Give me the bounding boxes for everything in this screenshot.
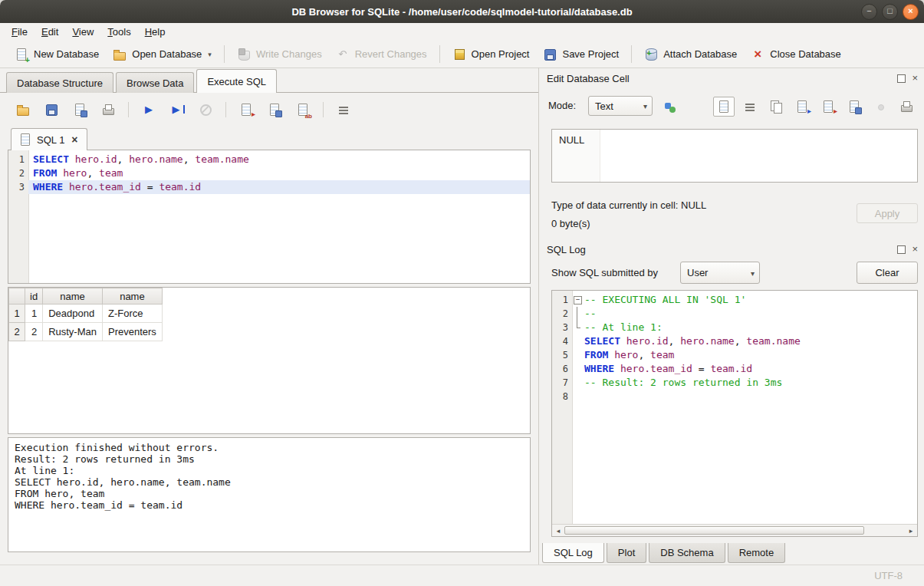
word-wrap-button[interactable]: [739, 97, 761, 117]
save-data-as-button[interactable]: [843, 97, 865, 117]
open-sql-file-icon: [16, 103, 30, 117]
sql-log-text[interactable]: 1-- EXECUTING ALL IN 'SQL 1'2--3-- At li…: [552, 291, 917, 524]
auto-switch-mode-button[interactable]: [659, 97, 682, 117]
results-cell[interactable]: 1: [25, 305, 43, 323]
results-cell[interactable]: Deadpond: [43, 305, 103, 323]
save-sql-file-button[interactable]: [41, 100, 62, 120]
export-results-button[interactable]: [235, 100, 257, 120]
minimize-button[interactable]: −: [861, 4, 877, 20]
toolbar-separator: [224, 45, 225, 63]
horizontal-scrollbar[interactable]: [552, 524, 917, 536]
execute-all-button[interactable]: ▶: [138, 100, 159, 120]
menu-item-file[interactable]: File: [5, 25, 35, 39]
close-tab-icon[interactable]: [69, 133, 80, 146]
save-project-button[interactable]: Save Project: [536, 44, 626, 64]
code-line-body: WHERE hero.team_id = team.id: [572, 362, 917, 376]
text-mode-button[interactable]: [713, 97, 735, 117]
code-line: 8: [552, 390, 917, 403]
set-as-null-button: [870, 97, 891, 117]
open-project-button[interactable]: Open Project: [446, 44, 537, 64]
mode-select-value: Text: [595, 100, 613, 112]
fold-marker[interactable]: [572, 293, 583, 307]
tab-database-structure[interactable]: Database Structure: [6, 72, 113, 93]
line-number: 3: [8, 180, 28, 194]
find-replace-button[interactable]: [292, 100, 314, 120]
attach-database-button[interactable]: Attach Database: [637, 44, 744, 64]
tab-sql-log[interactable]: SQL Log: [542, 543, 604, 563]
sql-editor-code: 1SELECT hero.id, hero.name, team.name2FR…: [8, 150, 530, 194]
import-data-button[interactable]: [791, 97, 813, 117]
execution-message[interactable]: Execution finished without errors. Resul…: [8, 437, 531, 552]
results-column-header[interactable]: id: [25, 288, 43, 305]
code-line-body: SELECT hero.id, hero.name, team.name: [28, 153, 530, 166]
code-line-body: FROM hero, team: [572, 348, 917, 362]
sql-log-view[interactable]: 1-- EXECUTING ALL IN 'SQL 1'2--3-- At li…: [551, 290, 918, 537]
export-data-button[interactable]: [817, 97, 839, 117]
menu-item-tools[interactable]: Tools: [100, 25, 137, 39]
fold-marker[interactable]: [572, 307, 583, 321]
code-line-body: WHERE hero.team_id = team.id: [28, 180, 530, 194]
tab-sql-1[interactable]: SQL 1: [11, 128, 87, 150]
close-button[interactable]: ×: [903, 4, 919, 20]
app-window: DB Browser for SQLite - /home/user/code/…: [0, 0, 924, 586]
tab-remote[interactable]: Remote: [728, 543, 786, 563]
scroll-left-icon[interactable]: [552, 525, 564, 536]
menu-item-help[interactable]: Help: [138, 25, 173, 39]
line-number: 6: [552, 362, 572, 376]
open-sql-file-button[interactable]: [12, 100, 34, 120]
execute-current-line-button[interactable]: ▶: [166, 100, 188, 120]
undock-icon[interactable]: [897, 74, 906, 83]
scrollbar-thumb[interactable]: [564, 526, 864, 535]
dropdown-caret-icon[interactable]: ▾: [208, 51, 212, 58]
print-cell-button[interactable]: [896, 97, 917, 117]
log-filter-label: Show SQL submitted by: [551, 267, 658, 278]
log-filter-select[interactable]: User: [680, 262, 760, 284]
mode-select[interactable]: Text: [588, 96, 653, 116]
results-cell[interactable]: Z-Force: [102, 305, 162, 323]
execute-sql-toolbar: ▶▶: [12, 98, 354, 121]
stop-icon: [199, 103, 212, 117]
results-grid[interactable]: idnamename 11DeadpondZ-Force22Rusty-ManP…: [8, 287, 531, 434]
copy-data-button[interactable]: [765, 97, 787, 117]
results-cell[interactable]: Rusty-Man: [43, 323, 103, 341]
results-table: idnamename 11DeadpondZ-Force22Rusty-ManP…: [8, 288, 163, 341]
scroll-right-icon[interactable]: [905, 525, 917, 536]
copy-data-icon: [769, 100, 783, 114]
save-sql-as-button[interactable]: [69, 100, 90, 120]
menu-item-mnemonic: E: [41, 26, 48, 38]
collapse-icon[interactable]: [574, 296, 582, 305]
save-results-button[interactable]: [264, 100, 285, 120]
code-line: 2--: [552, 307, 917, 321]
results-cell[interactable]: Preventers: [102, 323, 162, 341]
maximize-button[interactable]: □: [882, 4, 898, 20]
title-bar[interactable]: DB Browser for SQLite - /home/user/code/…: [0, 0, 924, 24]
new-database-button[interactable]: New Database: [8, 44, 106, 64]
tab-execute-sql[interactable]: Execute SQL: [196, 69, 277, 93]
sql-log-dock-title: SQL Log: [547, 242, 918, 256]
results-cell[interactable]: 2: [25, 323, 43, 341]
open-database-button[interactable]: Open Database▾: [106, 44, 219, 64]
results-column-header[interactable]: name: [43, 288, 103, 305]
menu-item-view[interactable]: View: [65, 25, 100, 39]
fold-marker[interactable]: [572, 321, 583, 334]
tab-browse-data[interactable]: Browse Data: [116, 72, 194, 93]
sql-editor[interactable]: 1SELECT hero.id, hero.name, team.name2FR…: [8, 150, 531, 284]
row-number-cell[interactable]: 2: [9, 323, 25, 341]
print-button[interactable]: [97, 100, 119, 120]
code-line: 3-- At line 1:: [552, 321, 917, 334]
row-number-cell[interactable]: 1: [9, 305, 25, 323]
tab-plot[interactable]: Plot: [607, 543, 646, 563]
results-column-header[interactable]: name: [102, 288, 162, 305]
sql-token: ,: [117, 153, 130, 165]
menu-item-edit[interactable]: Edit: [35, 25, 65, 39]
toggle-word-wrap-button[interactable]: [333, 100, 354, 120]
tab-db-schema[interactable]: DB Schema: [649, 543, 725, 563]
results-body: 11DeadpondZ-Force22Rusty-ManPreventers: [9, 305, 163, 341]
close-database-button[interactable]: ×Close Database: [744, 44, 848, 64]
undock-icon[interactable]: [897, 245, 906, 254]
close-icon[interactable]: [912, 74, 918, 83]
close-icon[interactable]: [912, 245, 918, 254]
scrollbar-track[interactable]: [564, 525, 905, 536]
clear-button[interactable]: Clear: [857, 262, 918, 284]
cell-value-editor[interactable]: NULL: [551, 129, 918, 183]
